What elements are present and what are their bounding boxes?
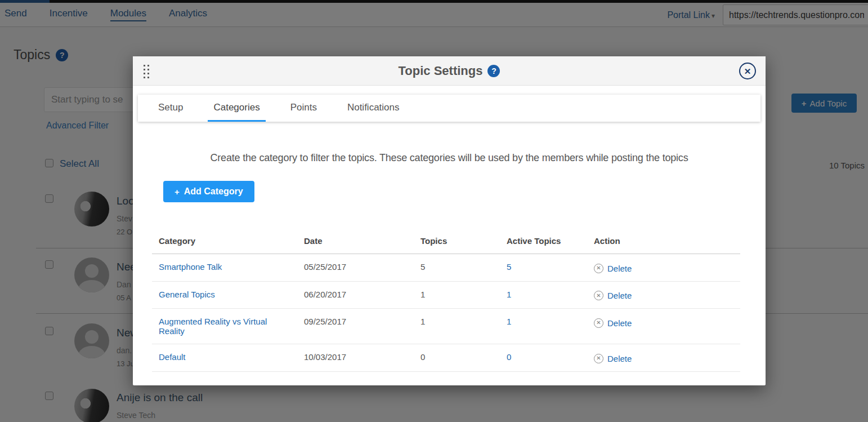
header-topics: Topics <box>414 230 500 254</box>
category-date: 06/20/2017 <box>297 281 414 309</box>
modal-header: Topic Settings ? ✕ <box>133 56 766 86</box>
category-link[interactable]: General Topics <box>159 290 215 299</box>
delete-label: Delete <box>607 264 632 273</box>
category-date: 10/03/2017 <box>297 344 414 372</box>
topic-settings-modal: Topic Settings ? ✕ Setup Categories Poin… <box>133 56 766 385</box>
delete-x-icon: ✕ <box>594 318 603 328</box>
modal-tab-strip: Setup Categories Points Notifications <box>138 95 760 122</box>
delete-button[interactable]: ✕Delete <box>594 264 632 273</box>
plus-icon: + <box>175 187 180 197</box>
delete-label: Delete <box>607 291 632 300</box>
tab-notifications[interactable]: Notifications <box>342 95 405 122</box>
categories-table: Category Date Topics Active Topics Actio… <box>152 230 740 372</box>
delete-button[interactable]: ✕Delete <box>594 318 632 328</box>
tab-setup[interactable]: Setup <box>153 95 189 122</box>
table-row: Augmented Reality vs Virtual Reality 09/… <box>152 309 740 344</box>
delete-button[interactable]: ✕Delete <box>594 291 632 300</box>
active-topics-link[interactable]: 5 <box>507 262 511 272</box>
table-row: Smartphone Talk 05/25/2017 5 5 ✕Delete <box>152 254 740 282</box>
active-topics-link[interactable]: 0 <box>507 352 511 362</box>
category-link[interactable]: Smartphone Talk <box>159 262 222 272</box>
add-category-button[interactable]: + Add Category <box>163 181 254 202</box>
header-active-topics: Active Topics <box>500 230 587 254</box>
delete-button[interactable]: ✕Delete <box>594 354 632 363</box>
category-date: 05/25/2017 <box>297 254 414 282</box>
table-row: General Topics 06/20/2017 1 1 ✕Delete <box>152 281 740 309</box>
delete-label: Delete <box>607 318 632 328</box>
category-date: 09/25/2017 <box>297 309 414 344</box>
topic-settings-help-icon[interactable]: ? <box>487 65 500 77</box>
close-icon[interactable]: ✕ <box>739 63 756 79</box>
modal-title-wrap: Topic Settings ? <box>399 64 500 78</box>
table-row: Default 10/03/2017 0 0 ✕Delete <box>152 344 740 372</box>
category-topics: 0 <box>414 344 500 372</box>
category-topics: 1 <box>414 281 500 309</box>
delete-x-icon: ✕ <box>594 354 603 363</box>
active-topics-link[interactable]: 1 <box>507 317 511 326</box>
tab-points[interactable]: Points <box>285 95 323 122</box>
category-link[interactable]: Augmented Reality vs Virtual Reality <box>159 317 267 336</box>
tab-categories[interactable]: Categories <box>208 95 265 122</box>
category-topics: 1 <box>414 309 500 344</box>
category-topics: 5 <box>414 254 500 282</box>
delete-x-icon: ✕ <box>594 291 603 300</box>
categories-description: Create the category to filter the topics… <box>133 152 766 164</box>
add-category-label: Add Category <box>184 186 243 197</box>
delete-x-icon: ✕ <box>594 264 603 273</box>
drag-handle-icon[interactable] <box>142 63 150 79</box>
category-link[interactable]: Default <box>159 352 186 362</box>
delete-label: Delete <box>607 354 632 363</box>
table-header-row: Category Date Topics Active Topics Actio… <box>152 230 740 254</box>
header-category: Category <box>152 230 297 254</box>
header-date: Date <box>297 230 414 254</box>
modal-title: Topic Settings <box>399 64 483 78</box>
header-action: Action <box>587 230 740 254</box>
active-topics-link[interactable]: 1 <box>507 290 511 299</box>
